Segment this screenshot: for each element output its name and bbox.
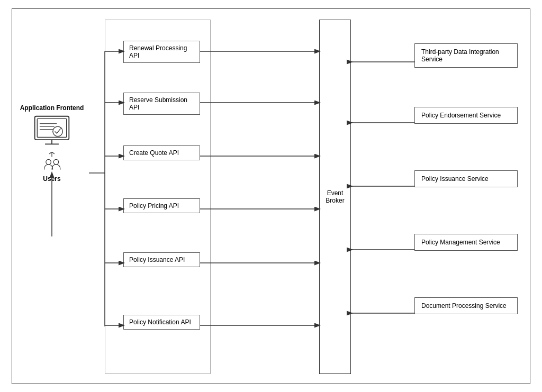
svg-rect-0 (35, 116, 69, 139)
event-broker: Event Broker (319, 20, 351, 374)
app-frontend-label: Application Frontend (20, 104, 84, 112)
users-icon (39, 152, 65, 173)
api-box-policynotification: Policy Notification API (123, 315, 200, 330)
api-box-policypricing: Policy Pricing API (123, 198, 200, 213)
diagram-container: Application Frontend (12, 8, 530, 384)
monitor-icon (31, 115, 73, 147)
api-box-createquote: Create Quote API (123, 145, 200, 160)
api-box-reserve: Reserve Submission API (123, 93, 200, 115)
svg-rect-1 (37, 118, 66, 137)
service-box-issuance: Policy Issuance Service (414, 170, 518, 187)
left-section: Application Frontend (17, 104, 86, 183)
svg-point-7 (53, 126, 62, 136)
service-box-endorsement: Policy Endorsement Service (414, 107, 518, 124)
service-box-document: Document Processing Service (414, 297, 518, 314)
svg-point-9 (46, 159, 51, 165)
service-box-management: Policy Management Service (414, 234, 518, 251)
svg-point-10 (53, 159, 59, 165)
users-section: Users (39, 152, 65, 183)
api-box-policyissuance: Policy Issuance API (123, 252, 200, 267)
api-box-renewal: Renewal Processing API (123, 41, 200, 63)
users-label: Users (43, 175, 60, 183)
event-broker-label: Event Broker (320, 189, 350, 204)
service-box-thirdparty: Third-party Data Integration Service (414, 43, 518, 68)
